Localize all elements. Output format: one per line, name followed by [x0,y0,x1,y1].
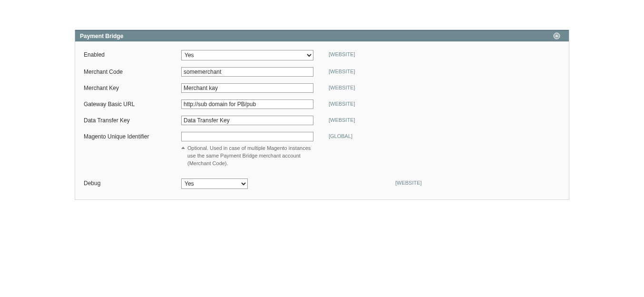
scope-debug: [WEBSITE] [395,178,422,186]
note-arrow-icon [181,147,185,149]
enabled-select[interactable]: Yes [181,50,313,60]
field-gateway-url [181,99,314,109]
field-data-transfer-key [181,116,314,125]
label-debug: Debug [84,178,181,187]
payment-bridge-fieldset: Payment Bridge Enabled Yes [WEBSITE] [75,30,569,200]
merchant-code-input[interactable] [181,67,313,77]
scope-unique-identifier: [GLOBAL] [329,132,352,139]
data-transfer-key-input[interactable] [181,116,313,125]
field-unique-identifier: Optional. Used in case of multiple Magen… [181,132,314,167]
scope-enabled: [WEBSITE] [329,50,355,57]
row-unique-identifier: Magento Unique Identifier Optional. Used… [84,132,560,167]
row-enabled: Enabled Yes [WEBSITE] [84,50,560,60]
config-panel: Payment Bridge Enabled Yes [WEBSITE] [75,30,569,200]
field-debug: Yes [181,178,314,189]
field-merchant-key [181,83,314,93]
label-gateway-url: Gateway Basic URL [84,99,181,108]
label-unique-identifier: Magento Unique Identifier [84,132,181,140]
form-body: Enabled Yes [WEBSITE] Merchant Code [WEB… [75,41,569,199]
collapse-up-icon[interactable] [553,32,560,40]
note-unique-identifier: Optional. Used in case of multiple Magen… [181,144,314,167]
label-enabled: Enabled [84,50,181,58]
label-data-transfer-key: Data Transfer Key [84,116,181,124]
merchant-key-input[interactable] [181,83,313,93]
row-gateway-url: Gateway Basic URL [WEBSITE] [84,99,560,109]
gateway-url-input[interactable] [181,99,313,109]
scope-data-transfer-key: [WEBSITE] [329,116,355,123]
fieldset-title: Payment Bridge [80,33,123,40]
row-debug: Debug Yes [WEBSITE] [84,178,560,189]
scope-merchant-code: [WEBSITE] [329,67,355,74]
label-merchant-code: Merchant Code [84,67,181,75]
label-merchant-key: Merchant Key [84,83,181,91]
fieldset-header[interactable]: Payment Bridge [75,30,569,41]
field-merchant-code [181,67,314,77]
scope-merchant-key: [WEBSITE] [329,83,355,90]
field-enabled: Yes [181,50,314,60]
row-merchant-key: Merchant Key [WEBSITE] [84,83,560,93]
note-text: Optional. Used in case of multiple Magen… [187,144,311,167]
row-data-transfer-key: Data Transfer Key [WEBSITE] [84,116,560,125]
debug-select[interactable]: Yes [181,178,248,189]
row-merchant-code: Merchant Code [WEBSITE] [84,67,560,77]
scope-gateway-url: [WEBSITE] [329,99,355,107]
unique-identifier-input[interactable] [181,132,313,141]
